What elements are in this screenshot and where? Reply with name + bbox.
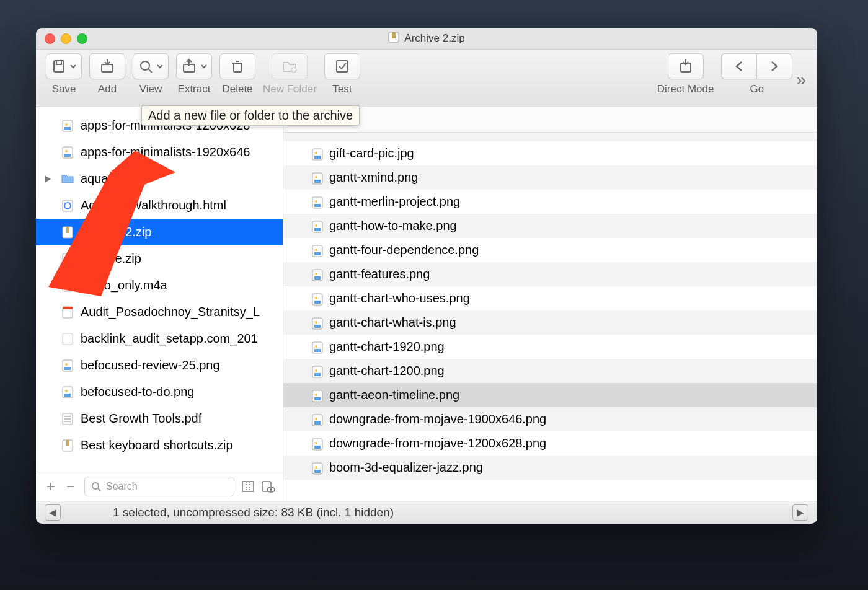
sidebar-item[interactable]: Best Growth Tools.pdf xyxy=(36,405,283,432)
direct-mode-label: Direct Mode xyxy=(657,83,714,95)
file-row[interactable]: gantt-merlin-project.png xyxy=(283,190,817,214)
svg-rect-56 xyxy=(314,156,321,159)
save-button[interactable] xyxy=(46,53,82,79)
test-button[interactable] xyxy=(324,53,360,79)
sidebar-remove-button[interactable]: − xyxy=(61,477,81,496)
sidebar-item[interactable]: Audit_Posadochnoy_Stranitsy_L xyxy=(36,299,283,325)
svg-rect-33 xyxy=(63,307,73,309)
file-row[interactable]: downgrade-from-mojave-1200x628.png xyxy=(283,431,817,456)
sidebar-item-label: Best Growth Tools.pdf xyxy=(81,412,202,426)
file-icon xyxy=(312,390,323,401)
sidebar-item-label: audio_only.m4a xyxy=(81,278,167,293)
view-button[interactable] xyxy=(133,53,169,79)
svg-rect-74 xyxy=(314,301,321,304)
scroll-left-button[interactable]: ◀ xyxy=(45,504,61,521)
sidebar-item[interactable]: Best keyboard shortcuts.zip xyxy=(36,432,283,459)
columns-button[interactable] xyxy=(238,477,258,496)
svg-rect-46 xyxy=(66,440,69,446)
svg-rect-89 xyxy=(314,421,321,425)
direct-mode-icon xyxy=(678,58,694,74)
magnifier-icon xyxy=(138,59,153,74)
direct-mode-button[interactable] xyxy=(668,53,704,79)
extract-button[interactable] xyxy=(176,53,212,79)
file-row[interactable]: gantt-four-dependence.png xyxy=(283,238,817,262)
main-panel: Name gift-card-pic.jpggantt-xmind.pnggan… xyxy=(283,107,817,501)
sidebar-item[interactable]: Archive.zip xyxy=(36,245,283,272)
svg-rect-39 xyxy=(64,394,71,397)
chevron-left-icon xyxy=(734,61,744,72)
column-header[interactable]: Name xyxy=(283,107,817,133)
sidebar-item-label: apps-for-minimalists-1920x646 xyxy=(81,145,250,159)
scroll-right-button[interactable]: ▶ xyxy=(792,504,808,521)
svg-rect-20 xyxy=(64,154,71,157)
sidebar-footer: + − Search xyxy=(36,472,283,501)
file-icon xyxy=(61,119,74,133)
add-label: Add xyxy=(98,83,117,95)
svg-point-96 xyxy=(315,466,317,469)
chevron-down-icon xyxy=(157,63,163,69)
sidebar-item[interactable]: Archive 2.zip xyxy=(36,219,283,245)
test-tool: Test xyxy=(324,53,360,95)
search-icon xyxy=(91,482,101,491)
sidebar-item[interactable]: befocused-review-25.png xyxy=(36,352,283,379)
svg-point-54 xyxy=(270,488,272,491)
file-row[interactable]: gantt-how-to-make.png xyxy=(283,214,817,238)
sidebar-item[interactable]: AquareloWalkthrough.html xyxy=(36,192,283,219)
file-icon xyxy=(61,332,74,346)
file-name: gantt-merlin-project.png xyxy=(329,195,460,209)
sidebar-item[interactable]: apps-for-minimalists-1920x646 xyxy=(36,139,283,165)
file-row[interactable]: gantt-chart-who-uses.png xyxy=(283,286,817,310)
file-row[interactable]: boom-3d-equalizer-jazz.png xyxy=(283,456,817,480)
file-row[interactable]: gantt-chart-1200.png xyxy=(283,359,817,383)
sidebar-item-label: Archive.zip xyxy=(81,252,141,266)
sidebar-add-button[interactable]: + xyxy=(41,477,61,496)
sidebar-item[interactable]: backlink_audit_setapp.com_201 xyxy=(36,325,283,352)
quick-look-button[interactable] xyxy=(258,477,278,496)
file-row[interactable]: gantt-chart-1920.png xyxy=(283,335,817,359)
file-row[interactable]: gantt-aeon-timeline.png xyxy=(283,383,817,407)
svg-rect-71 xyxy=(314,276,321,280)
file-row[interactable]: gantt-xmind.png xyxy=(283,165,817,190)
file-icon xyxy=(312,148,323,159)
svg-rect-1 xyxy=(392,32,396,38)
toolbar-overflow-button[interactable]: » xyxy=(796,70,806,90)
file-row[interactable]: gift-card-pic.jpg xyxy=(283,141,817,165)
sidebar-item[interactable]: aquarello xyxy=(36,165,283,192)
view-label: View xyxy=(140,83,162,95)
disclosure-triangle-icon[interactable] xyxy=(45,172,51,186)
svg-point-87 xyxy=(315,394,317,396)
svg-rect-80 xyxy=(314,349,321,352)
file-row[interactable]: gantt-features.png xyxy=(283,262,817,286)
toolbar: Save Add View Extract xyxy=(36,50,817,107)
sidebar-item[interactable]: befocused-to-do.png xyxy=(36,379,283,405)
search-placeholder: Search xyxy=(106,481,138,492)
sidebar-item[interactable]: audio_only.m4a xyxy=(36,272,283,299)
file-list[interactable]: gift-card-pic.jpggantt-xmind.pnggantt-me… xyxy=(283,133,817,501)
add-tool: Add xyxy=(89,53,125,95)
file-name: gantt-chart-1920.png xyxy=(329,340,445,354)
file-name: gantt-xmind.png xyxy=(329,170,418,185)
search-input[interactable]: Search xyxy=(84,477,234,496)
sidebar: apps-for-minimalists-1200x628apps-for-mi… xyxy=(36,107,283,501)
svg-rect-49 xyxy=(242,482,254,491)
file-row[interactable]: downgrade-from-mojave-1900x646.png xyxy=(283,407,817,431)
go-back-button[interactable] xyxy=(721,53,756,79)
svg-rect-83 xyxy=(314,373,321,376)
sidebar-list[interactable]: apps-for-minimalists-1200x628apps-for-mi… xyxy=(36,112,283,472)
file-icon xyxy=(312,438,323,449)
tooltip: Add a new file or folder to the archive xyxy=(141,105,360,126)
quick-look-icon xyxy=(260,480,275,493)
delete-button[interactable] xyxy=(219,53,255,79)
svg-rect-17 xyxy=(64,127,71,130)
go-forward-button[interactable] xyxy=(756,53,792,79)
new-folder-tool: New Folder xyxy=(263,53,317,95)
add-button[interactable] xyxy=(89,53,125,79)
columns-icon xyxy=(241,480,255,493)
file-name: boom-3d-equalizer-jazz.png xyxy=(329,460,483,475)
extract-tool: Extract xyxy=(176,53,212,95)
file-icon xyxy=(312,462,323,473)
new-folder-button[interactable] xyxy=(272,53,308,79)
extract-icon xyxy=(181,58,197,74)
file-row[interactable]: gantt-chart-what-is.png xyxy=(283,310,817,335)
file-icon xyxy=(61,172,74,186)
